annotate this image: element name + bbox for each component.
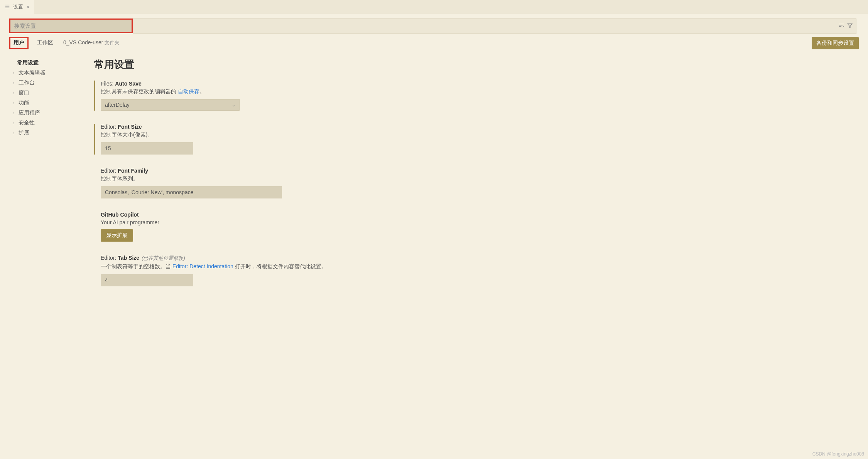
select-value: afterDelay	[105, 102, 130, 108]
setting-label: Editor: Font Family	[101, 168, 859, 174]
chevron-right-icon: ›	[13, 71, 17, 75]
scope-tab-user[interactable]: 用户	[9, 37, 29, 49]
settings-sidebar: 常用设置 › 文本编辑器 › 工作台 › 窗口 › 功能 › 应用程序 › 安全…	[9, 54, 86, 315]
chevron-right-icon: ›	[13, 101, 17, 105]
sidebar-item-security[interactable]: › 安全性	[9, 118, 86, 128]
sidebar-item-workbench[interactable]: › 工作台	[9, 78, 86, 88]
search-trail	[133, 18, 856, 34]
sidebar-item-label: 应用程序	[19, 109, 40, 116]
chevron-right-icon: ›	[13, 111, 17, 115]
sidebar-item-label: 扩展	[19, 129, 29, 136]
sidebar-item-label: 安全性	[19, 119, 35, 126]
search-input[interactable]	[10, 20, 132, 32]
sidebar-item-label: 工作台	[19, 79, 35, 86]
chevron-right-icon: ›	[13, 121, 17, 125]
tabsize-input[interactable]	[101, 274, 193, 286]
close-icon[interactable]: ×	[26, 4, 29, 10]
chevron-right-icon: ›	[13, 91, 17, 95]
sidebar-item-label: 功能	[19, 99, 29, 106]
sidebar-item-features[interactable]: › 功能	[9, 98, 86, 108]
search-box-highlight	[9, 18, 133, 33]
autosave-select[interactable]: afterDelay ⌄	[101, 99, 240, 111]
setting-label: Editor: Font Size	[101, 124, 859, 130]
sidebar-item-label: 常用设置	[17, 59, 39, 66]
show-extension-button[interactable]: 显示扩展	[101, 229, 133, 242]
tabbar-empty	[34, 0, 868, 14]
scope-tab-folder[interactable]: 0_VS Code-user 文件夹	[62, 37, 121, 49]
settings-content: 常用设置 › 文本编辑器 › 工作台 › 窗口 › 功能 › 应用程序 › 安全…	[0, 52, 868, 315]
setting-label: GitHub Copilot	[101, 212, 859, 218]
chevron-down-icon: ⌄	[232, 103, 235, 108]
setting-desc: 一个制表符等于的空格数。当 Editor: Detect Indentation…	[101, 263, 859, 270]
fontsize-input[interactable]	[101, 142, 193, 155]
search-row	[0, 14, 868, 37]
filter-icon[interactable]	[847, 23, 853, 30]
sidebar-item-label: 窗口	[19, 89, 29, 96]
settings-icon	[5, 4, 10, 10]
scope-folder-suffix: 文件夹	[105, 40, 120, 45]
tab-settings[interactable]: 设置 ×	[0, 0, 34, 14]
setting-editor-fontfamily: Editor: Font Family 控制字体系列。	[94, 168, 859, 198]
setting-label: Editor: Tab Size(已在其他位置修改)	[101, 255, 859, 262]
detect-indentation-link[interactable]: Editor: Detect Indentation	[172, 263, 233, 269]
setting-editor-tabsize: Editor: Tab Size(已在其他位置修改) 一个制表符等于的空格数。当…	[94, 255, 859, 286]
chevron-right-icon: ›	[13, 131, 17, 135]
chevron-right-icon: ›	[13, 81, 17, 85]
scope-folder-name: 0_VS Code-user	[63, 39, 103, 45]
setting-label: Files: Auto Save	[101, 81, 859, 87]
sidebar-item-application[interactable]: › 应用程序	[9, 108, 86, 118]
setting-files-autosave: Files: Auto Save 控制具有未保存更改的编辑器的 自动保存。 af…	[94, 81, 859, 111]
clear-filter-icon[interactable]	[838, 23, 844, 30]
sidebar-item-extensions[interactable]: › 扩展	[9, 128, 86, 138]
sidebar-item-label: 文本编辑器	[19, 69, 46, 76]
sidebar-item-text-editor[interactable]: › 文本编辑器	[9, 68, 86, 78]
section-title: 常用设置	[94, 58, 859, 71]
setting-desc: 控制字体大小(像素)。	[101, 131, 859, 138]
setting-desc: 控制字体系列。	[101, 175, 859, 182]
tab-title: 设置	[13, 3, 23, 10]
setting-desc: 控制具有未保存更改的编辑器的 自动保存。	[101, 88, 859, 95]
sync-settings-button[interactable]: 备份和同步设置	[812, 37, 859, 49]
fontfamily-input[interactable]	[101, 186, 282, 198]
editor-tabbar: 设置 ×	[0, 0, 868, 14]
setting-desc: Your AI pair programmer	[101, 219, 859, 225]
scope-row: 用户 工作区 0_VS Code-user 文件夹 备份和同步设置	[0, 37, 868, 52]
setting-editor-fontsize: Editor: Font Size 控制字体大小(像素)。	[94, 124, 859, 155]
scope-tab-workspace[interactable]: 工作区	[35, 37, 55, 49]
setting-github-copilot: GitHub Copilot Your AI pair programmer 显…	[94, 212, 859, 242]
autosave-link[interactable]: 自动保存	[178, 88, 199, 94]
sidebar-item-common[interactable]: 常用设置	[9, 58, 86, 68]
settings-main: 常用设置 Files: Auto Save 控制具有未保存更改的编辑器的 自动保…	[86, 54, 859, 315]
modified-note: (已在其他位置修改)	[142, 255, 185, 261]
sidebar-item-window[interactable]: › 窗口	[9, 88, 86, 98]
